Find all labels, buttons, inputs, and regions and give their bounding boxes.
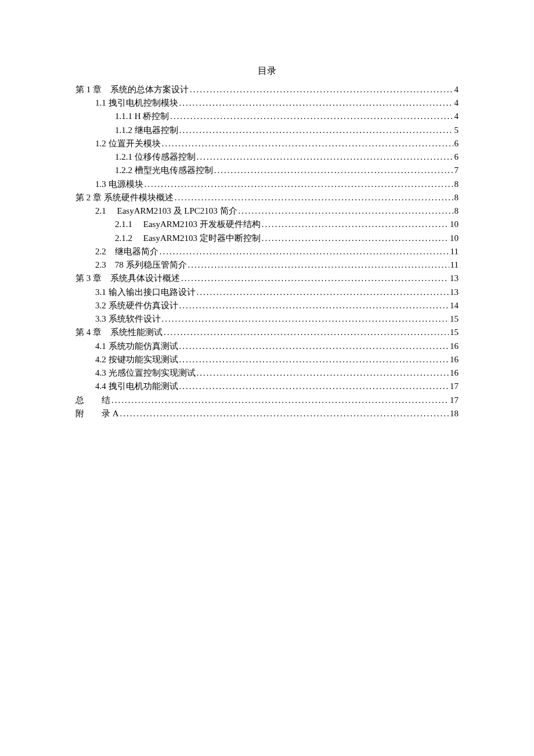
toc-entry-page: 10 <box>450 232 459 245</box>
toc-entry: 第 4 章 系统性能测试15 <box>75 326 459 339</box>
toc-entry: 4.3 光感位置控制实现测试16 <box>75 366 459 380</box>
toc-entry-label: 4.1 系统功能仿真测试 <box>95 340 178 353</box>
toc-entry-label: 第 2 章 系统硬件模块概述 <box>75 191 174 204</box>
toc-entry: 4.2 按键功能实现测试16 <box>75 353 459 366</box>
toc-entry: 1.1 拽引电机控制模块4 <box>75 96 459 110</box>
table-of-contents: 第 1 章 系统的总体方案设计41.1 拽引电机控制模块41.1.1 H 桥控制… <box>75 83 459 420</box>
toc-leader-dots <box>179 340 449 353</box>
toc-entry: 1.1.1 H 桥控制4 <box>75 110 459 123</box>
toc-leader-dots <box>160 245 449 258</box>
toc-leader-dots <box>197 366 449 380</box>
toc-leader-dots <box>179 380 449 393</box>
toc-entry-label: 2.3 78 系列稳压管简介 <box>95 258 187 272</box>
toc-entry-label: 附 录 A <box>75 407 119 420</box>
toc-entry: 第 3 章 系统具体设计概述13 <box>75 272 459 285</box>
toc-entry: 1.2.2 槽型光电传感器控制7 <box>75 164 459 177</box>
toc-entry-page: 8 <box>454 204 459 218</box>
toc-entry: 3.3 系统软件设计15 <box>75 312 459 326</box>
toc-leader-dots <box>179 299 449 312</box>
toc-entry-label: 1.2.1 位移传感器控制 <box>115 150 196 164</box>
toc-entry-page: 15 <box>450 326 459 339</box>
toc-entry-page: 11 <box>450 258 459 272</box>
toc-leader-dots <box>197 150 453 164</box>
toc-entry-page: 6 <box>454 150 459 164</box>
toc-entry: 第 1 章 系统的总体方案设计4 <box>75 83 459 96</box>
toc-entry-page: 4 <box>454 110 459 123</box>
toc-entry: 总 结17 <box>75 394 459 407</box>
toc-entry: 4.1 系统功能仿真测试16 <box>75 340 459 353</box>
toc-entry-page: 10 <box>450 218 459 231</box>
toc-entry-label: 2.1.2 EasyARM2103 定时器中断控制 <box>115 232 261 245</box>
toc-leader-dots <box>190 83 453 96</box>
toc-entry: 附 录 A18 <box>75 407 459 420</box>
toc-entry-page: 14 <box>450 299 459 312</box>
toc-entry-page: 5 <box>454 124 459 137</box>
toc-entry-label: 1.1.1 H 桥控制 <box>115 110 169 123</box>
toc-leader-dots <box>239 204 453 218</box>
toc-entry-page: 8 <box>454 178 459 191</box>
toc-leader-dots <box>188 258 449 272</box>
toc-entry-page: 16 <box>450 340 459 353</box>
toc-entry-label: 1.2.2 槽型光电传感器控制 <box>115 164 213 177</box>
toc-leader-dots <box>145 178 453 191</box>
toc-entry-page: 8 <box>454 191 459 204</box>
toc-leader-dots <box>111 394 449 407</box>
toc-leader-dots <box>179 353 449 366</box>
toc-entry-label: 3.2 系统硬件仿真设计 <box>95 299 178 312</box>
toc-entry-label: 3.3 系统软件设计 <box>95 312 161 326</box>
toc-entry-page: 16 <box>450 353 459 366</box>
toc-entry-label: 1.1 拽引电机控制模块 <box>95 96 178 110</box>
toc-entry: 1.3 电源模块8 <box>75 178 459 191</box>
toc-leader-dots <box>214 164 453 177</box>
toc-entry-page: 18 <box>450 407 459 420</box>
toc-entry: 1.2.1 位移传感器控制6 <box>75 150 459 164</box>
toc-leader-dots <box>162 312 449 326</box>
toc-leader-dots <box>262 232 449 245</box>
toc-entry-label: 2.1.1 EasyARM2103 开发板硬件结构 <box>115 218 261 231</box>
toc-leader-dots <box>120 407 449 420</box>
toc-entry-page: 13 <box>450 272 459 285</box>
toc-entry-label: 1.2 位置开关模块 <box>95 137 161 150</box>
toc-entry-label: 总 结 <box>75 394 110 407</box>
toc-entry-page: 7 <box>454 164 459 177</box>
toc-leader-dots <box>262 218 449 231</box>
toc-entry-page: 17 <box>450 380 459 393</box>
toc-entry: 2.2 继电器简介11 <box>75 245 459 258</box>
toc-entry-page: 15 <box>450 312 459 326</box>
toc-entry-label: 2.1 EasyARM2103 及 LPC2103 简介 <box>95 204 237 218</box>
toc-leader-dots <box>175 191 453 204</box>
toc-entry: 4.4 拽引电机功能测试17 <box>75 380 459 393</box>
toc-entry-label: 4.4 拽引电机功能测试 <box>95 380 178 393</box>
toc-entry-page: 17 <box>450 394 459 407</box>
toc-entry: 3.2 系统硬件仿真设计14 <box>75 299 459 312</box>
toc-entry: 2.1.2 EasyARM2103 定时器中断控制10 <box>75 232 459 245</box>
toc-entry-page: 6 <box>454 137 459 150</box>
toc-entry: 1.2 位置开关模块6 <box>75 137 459 150</box>
toc-title: 目录 <box>75 64 459 78</box>
toc-leader-dots <box>197 286 449 299</box>
toc-leader-dots <box>181 272 449 285</box>
toc-entry-label: 第 4 章 系统性能测试 <box>75 326 163 339</box>
toc-entry-page: 13 <box>450 286 459 299</box>
toc-entry-label: 4.3 光感位置控制实现测试 <box>95 366 196 380</box>
toc-entry-label: 第 3 章 系统具体设计概述 <box>75 272 180 285</box>
toc-leader-dots <box>170 110 453 123</box>
toc-entry-page: 4 <box>454 96 459 110</box>
toc-entry-label: 4.2 按键功能实现测试 <box>95 353 178 366</box>
toc-entry-label: 1.1.2 继电器控制 <box>115 124 178 137</box>
toc-entry: 第 2 章 系统硬件模块概述8 <box>75 191 459 204</box>
toc-leader-dots <box>164 326 449 339</box>
toc-entry-label: 1.3 电源模块 <box>95 178 143 191</box>
toc-leader-dots <box>179 96 453 110</box>
toc-entry-label: 3.1 输入输出接口电路设计 <box>95 286 196 299</box>
toc-leader-dots <box>162 137 453 150</box>
toc-entry: 3.1 输入输出接口电路设计13 <box>75 286 459 299</box>
toc-entry-page: 16 <box>450 366 459 380</box>
toc-entry: 2.1.1 EasyARM2103 开发板硬件结构10 <box>75 218 459 231</box>
toc-entry-label: 2.2 继电器简介 <box>95 245 158 258</box>
toc-entry: 1.1.2 继电器控制5 <box>75 124 459 137</box>
toc-leader-dots <box>179 124 453 137</box>
toc-entry: 2.3 78 系列稳压管简介11 <box>75 258 459 272</box>
toc-entry-label: 第 1 章 系统的总体方案设计 <box>75 83 189 96</box>
toc-entry: 2.1 EasyARM2103 及 LPC2103 简介 8 <box>75 204 459 218</box>
